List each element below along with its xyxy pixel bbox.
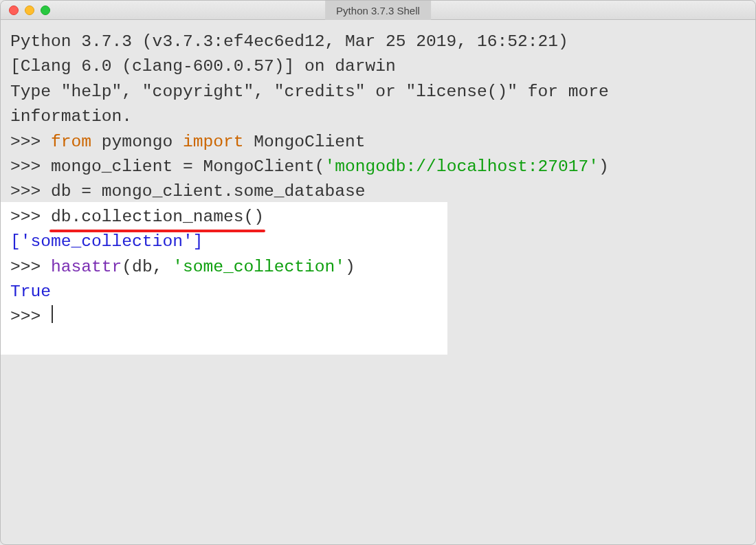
input-line-3: >>> db = mongo_client.some_database (10, 179, 746, 204)
text-cursor-icon (52, 305, 53, 323)
input-line-2: >>> mongo_client = MongoClient('mongodb:… (10, 155, 746, 179)
banner-line: Type "help", "copyright", "credits" or "… (10, 80, 746, 104)
prompt: >>> (10, 307, 51, 326)
input-line-5: >>> hasattr(db, 'some_collection') (10, 255, 746, 280)
minimize-icon[interactable] (25, 5, 34, 15)
shell-content[interactable]: Python 3.7.3 (v3.7.3:ef4ec6ed12, Mar 25 … (1, 20, 755, 544)
obj-name: db (51, 208, 71, 226)
prompt: >>> (10, 157, 51, 176)
prompt: >>> (10, 208, 51, 226)
shell-window: Python 3.7.3 Shell Python 3.7.3 (v3.7.3:… (0, 0, 756, 545)
input-line-empty: >>> (10, 304, 746, 329)
string-literal: 'mongodb://localhost:27017' (325, 157, 599, 176)
input-line-1: >>> from pymongo import MongoClient (10, 130, 746, 155)
dot: . (71, 208, 82, 226)
code-text: mongo_client = MongoClient( (51, 157, 324, 176)
banner-line: information. (10, 104, 746, 129)
builtin-fn: hasattr (51, 258, 122, 276)
prompt: >>> (10, 258, 51, 276)
prompt: >>> (10, 182, 51, 201)
text-layer: Python 3.7.3 (v3.7.3:ef4ec6ed12, Mar 25 … (10, 30, 746, 330)
method-call: collection_names() (81, 208, 264, 226)
prompt: >>> (10, 133, 51, 151)
class-name: MongoClient (243, 133, 365, 151)
titlebar: Python 3.7.3 Shell (1, 1, 755, 20)
banner-line: [Clang 6.0 (clang-600.0.57)] on darwin (10, 54, 746, 79)
keyword-import: import (183, 133, 244, 151)
input-line-4: >>> db.collection_names() (10, 205, 746, 230)
pkg-name: pymongo (91, 133, 183, 151)
code-text: ) (599, 157, 609, 176)
string-literal: 'some_collection' (173, 258, 345, 276)
code-text: db = mongo_client.some_database (51, 182, 366, 201)
code-text: (db, (122, 258, 173, 276)
window-title: Python 3.7.3 Shell (325, 1, 431, 20)
maximize-icon[interactable] (41, 5, 50, 15)
keyword-from: from (51, 133, 91, 151)
underlined-call: db.collection_names() (51, 205, 264, 230)
close-icon[interactable] (9, 5, 19, 15)
output-line: True (10, 280, 746, 304)
banner-line: Python 3.7.3 (v3.7.3:ef4ec6ed12, Mar 25 … (10, 30, 746, 54)
traffic-lights (9, 5, 50, 15)
code-text: ) (345, 258, 355, 276)
output-line: ['some_collection'] (10, 230, 746, 254)
